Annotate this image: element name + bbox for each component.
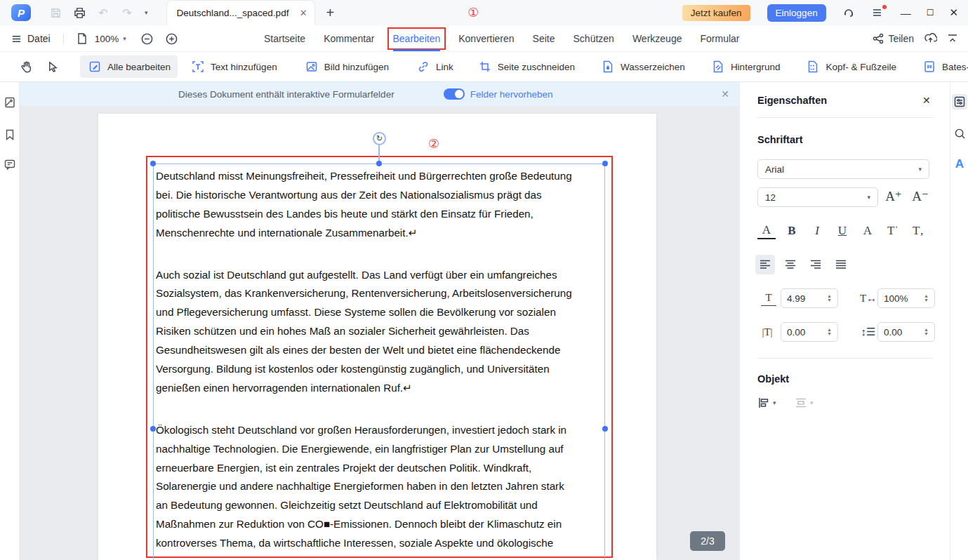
divider bbox=[757, 358, 933, 359]
properties-close-icon[interactable]: ✕ bbox=[922, 95, 931, 106]
subscript-button[interactable]: T‚ bbox=[909, 222, 927, 239]
tab-startseite[interactable]: Startseite bbox=[264, 33, 305, 44]
edit-all-button[interactable]: Alle bearbeiten bbox=[80, 55, 178, 78]
main-menu-icon[interactable] bbox=[871, 6, 885, 20]
zoom-out-button[interactable] bbox=[140, 32, 154, 46]
tab-schuetzen[interactable]: Schützen bbox=[573, 33, 614, 44]
selection-handle-middle-left[interactable] bbox=[150, 426, 156, 432]
align-right-button[interactable] bbox=[806, 255, 826, 274]
page-fit-icon[interactable] bbox=[77, 32, 88, 45]
tab-kommentar[interactable]: Kommentar bbox=[324, 33, 374, 44]
undo-icon[interactable]: ↶ bbox=[97, 6, 110, 19]
font-family-select[interactable]: Arial ▾ bbox=[757, 159, 929, 179]
highlight-fields-label[interactable]: Felder hervorheben bbox=[470, 89, 553, 100]
pdf-page[interactable]: ↻ ② Deutschland misst Meinungsfreiheit, … bbox=[98, 114, 656, 560]
watermark-button[interactable]: Wasserzeichen bbox=[593, 55, 692, 78]
link-button[interactable]: Link bbox=[409, 55, 460, 78]
horizontal-scale-input[interactable]: 100% ▲▼ bbox=[877, 288, 935, 308]
strikethrough-button[interactable]: A bbox=[858, 222, 877, 239]
tab-werkzeuge[interactable]: Werkzeuge bbox=[632, 33, 682, 44]
object-section-heading: Objekt bbox=[757, 373, 789, 385]
support-headset-icon[interactable] bbox=[842, 6, 856, 20]
zoom-dropdown-icon[interactable]: ▾ bbox=[123, 35, 126, 42]
bold-button[interactable]: B bbox=[783, 222, 801, 239]
login-button[interactable]: Einloggen bbox=[767, 4, 826, 22]
tab-konvertieren[interactable]: Konvertieren bbox=[458, 33, 514, 44]
document-text[interactable]: Deutschland misst Meinungsfreiheit, Pres… bbox=[156, 167, 605, 560]
highlight-fields-toggle[interactable] bbox=[444, 88, 465, 100]
collapse-toolbar-icon[interactable] bbox=[947, 33, 958, 44]
selection-handle-top-left[interactable] bbox=[150, 161, 156, 166]
add-image-button[interactable]: Bild hinzufügen bbox=[297, 55, 396, 78]
stepper-arrows-icon[interactable]: ▲▼ bbox=[924, 294, 929, 302]
buy-now-button[interactable]: Jetzt kaufen bbox=[682, 5, 750, 21]
properties-rail-icon[interactable] bbox=[952, 94, 967, 109]
hand-tool-icon[interactable] bbox=[20, 59, 33, 74]
document-tab[interactable]: Deutschland..._spaced.pdf ✕ bbox=[166, 0, 315, 25]
selection-handle-top-right[interactable] bbox=[602, 161, 608, 166]
align-left-button[interactable] bbox=[755, 255, 775, 274]
text-line: und Pflegeversicherung umfasst. Diese Sy… bbox=[156, 303, 605, 322]
char-spacing-input[interactable]: 0.00 ▲▼ bbox=[781, 322, 838, 342]
font-color-button[interactable]: A bbox=[757, 222, 776, 239]
background-icon bbox=[710, 59, 726, 74]
font-size-select[interactable]: 12 ▾ bbox=[757, 187, 878, 207]
search-icon[interactable] bbox=[953, 127, 966, 140]
redo-icon[interactable]: ↷ bbox=[121, 6, 133, 19]
stepper-arrows-icon[interactable]: ▲▼ bbox=[827, 328, 832, 336]
ai-assistant-icon[interactable]: A bbox=[953, 158, 966, 171]
file-menu[interactable]: Datei bbox=[11, 33, 51, 44]
underline-button[interactable]: U bbox=[833, 222, 851, 239]
watermark-label: Wasserzeichen bbox=[621, 62, 685, 72]
selection-handle-top-center[interactable] bbox=[376, 161, 382, 166]
tab-bearbeiten[interactable]: Bearbeiten bbox=[393, 33, 441, 44]
pdfelement-logo-icon: P bbox=[11, 4, 31, 21]
crop-label: Seite zuschneiden bbox=[498, 62, 575, 72]
toggle-knob bbox=[455, 90, 463, 98]
header-footer-button[interactable]: Kopf- & Fußzeile bbox=[798, 55, 903, 78]
qat-dropdown-icon[interactable]: ▾ bbox=[145, 9, 148, 16]
paragraph-1: Deutschland misst Meinungsfreiheit, Pres… bbox=[156, 167, 605, 243]
minimize-button[interactable]: — bbox=[901, 7, 911, 19]
tab-seite[interactable]: Seite bbox=[533, 33, 555, 44]
superscript-button[interactable]: Tˈ bbox=[884, 222, 902, 239]
increase-font-size-button[interactable]: A⁺ bbox=[884, 187, 903, 204]
background-button[interactable]: Hintergrund bbox=[703, 55, 788, 78]
chevron-down-icon: ▾ bbox=[810, 399, 814, 406]
add-text-button[interactable]: Text hinzufügen bbox=[183, 55, 284, 78]
bates-number-icon bbox=[922, 59, 937, 74]
upload-cloud-icon[interactable] bbox=[924, 32, 937, 46]
align-center-button[interactable] bbox=[781, 255, 800, 274]
decrease-font-size-button[interactable]: A⁻ bbox=[911, 187, 929, 204]
new-tab-button[interactable]: + bbox=[326, 5, 335, 21]
add-text-label: Text hinzufügen bbox=[211, 62, 277, 72]
align-objects-button[interactable]: ▾ bbox=[757, 396, 776, 409]
bates-number-label: Bates-Nummer bbox=[942, 62, 968, 72]
thumbnails-panel-icon[interactable] bbox=[4, 96, 16, 109]
zoom-level-value[interactable]: 100% bbox=[95, 34, 119, 44]
font-family-value: Arial bbox=[765, 164, 918, 175]
stepper-arrows-icon[interactable]: ▲▼ bbox=[924, 328, 929, 336]
text-line: politische Bewusstsein des Landes bis he… bbox=[156, 205, 605, 224]
print-icon[interactable] bbox=[73, 6, 86, 19]
baseline-offset-input[interactable]: 4.99 ▲▼ bbox=[781, 288, 838, 308]
share-button[interactable]: Teilen bbox=[873, 33, 914, 44]
bates-number-button[interactable]: Bates-Nummer bbox=[915, 55, 968, 78]
comments-panel-icon[interactable] bbox=[4, 158, 16, 171]
select-tool-icon[interactable] bbox=[47, 59, 59, 74]
maximize-button[interactable]: ☐ bbox=[927, 8, 934, 18]
notification-close-icon[interactable]: ✕ bbox=[721, 88, 729, 100]
close-window-button[interactable]: ✕ bbox=[949, 6, 958, 19]
bookmarks-panel-icon[interactable] bbox=[4, 128, 16, 141]
stepper-arrows-icon[interactable]: ▲▼ bbox=[827, 294, 832, 302]
text-line: Auch sozial ist Deutschland gut aufgeste… bbox=[156, 266, 605, 285]
zoom-in-button[interactable] bbox=[165, 32, 178, 46]
save-icon[interactable] bbox=[49, 6, 62, 19]
tab-close-icon[interactable]: ✕ bbox=[300, 8, 307, 18]
crop-page-button[interactable]: Seite zuschneiden bbox=[470, 55, 582, 78]
rotation-handle-icon[interactable]: ↻ bbox=[373, 132, 386, 145]
line-spacing-input[interactable]: 0.00 ▲▼ bbox=[877, 322, 935, 342]
justify-button[interactable] bbox=[831, 255, 851, 274]
tab-formular[interactable]: Formular bbox=[700, 33, 739, 44]
italic-button[interactable]: I bbox=[808, 222, 826, 239]
